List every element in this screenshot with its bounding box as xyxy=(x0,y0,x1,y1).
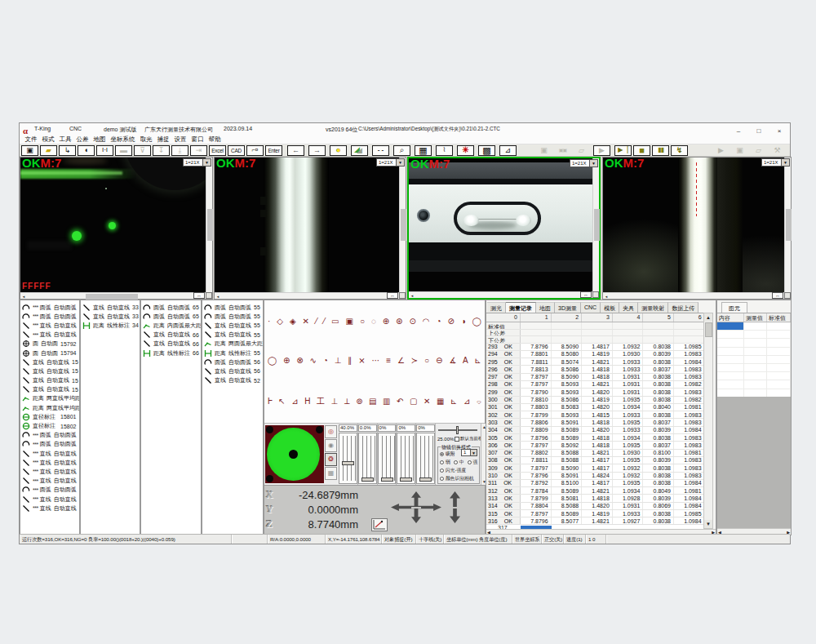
list-item[interactable]: 圆弧 自动圆弧 65 xyxy=(141,303,201,312)
measure-tool-icon[interactable]: ◑ xyxy=(461,316,466,327)
menu-item[interactable]: 文件 xyxy=(23,135,39,144)
grid-light-icon[interactable]: ▦ xyxy=(325,467,337,480)
measure-tool-icon[interactable]: ◌ xyxy=(371,316,376,327)
list-item[interactable]: 距离 线性标注 55 xyxy=(202,349,263,358)
list-item[interactable]: 直线 自动直线 56 xyxy=(202,366,263,375)
camera3-horizontal-scrollbar[interactable]: ◂ xyxy=(409,291,592,298)
camera3-vertical-scrollbar[interactable] xyxy=(592,158,599,291)
table-row[interactable]: 304OK 7.8809 8.5089 1.4820 1.0933 0.8039… xyxy=(486,427,705,434)
slider-handle[interactable] xyxy=(342,461,354,465)
measure-tool-icon[interactable]: ⁄ xyxy=(324,316,326,327)
channel-sliders[interactable] xyxy=(397,433,415,484)
table-vertical-scrollbar[interactable]: ▲ ▼ xyxy=(703,313,713,529)
measure-tool-icon[interactable]: ⊚ xyxy=(356,396,362,407)
table-row[interactable]: 303OK 7.8806 8.5091 1.4818 1.0935 0.8037… xyxy=(486,419,705,426)
measure-tool-icon[interactable]: ⊿ xyxy=(291,396,298,407)
list-item[interactable]: 直线 自动直线 15 xyxy=(20,358,79,366)
measure-tool-icon[interactable]: ○ xyxy=(360,316,365,327)
light-bulb-button[interactable] xyxy=(330,145,347,156)
list-item[interactable]: 直线 自动直线 55 xyxy=(202,321,263,330)
measure-tool-icon[interactable]: ▭ xyxy=(331,316,339,327)
table-row[interactable]: 306OK 7.8797 8.5092 1.4818 1.0935 0.8037… xyxy=(486,442,705,449)
measure-tool-icon[interactable]: ⊥ xyxy=(335,355,342,366)
list-item[interactable]: 直线 自动直线 55 xyxy=(202,331,263,340)
list-item[interactable]: *** 圆弧 自动圆弧 xyxy=(20,431,79,440)
camera4-horizontal-scrollbar[interactable]: ◂ xyxy=(603,292,784,299)
list-item[interactable]: *** 圆弧 自动圆弧 xyxy=(20,486,79,495)
measure-tool-icon[interactable]: ⊥ xyxy=(331,396,339,407)
measure-tool-icon[interactable]: ↶ xyxy=(397,396,403,407)
measure-tool-icon[interactable]: ↖ xyxy=(278,396,285,407)
measure-tool-icon[interactable]: ◔ xyxy=(436,316,441,327)
scrollbar-thumb[interactable] xyxy=(705,322,712,337)
camera3-resize-button[interactable]: ↔ xyxy=(580,291,592,298)
radio-high[interactable] xyxy=(468,460,472,464)
measure-tool-icon[interactable]: ⁄ xyxy=(316,316,317,327)
list-item[interactable]: 圆弧 自动圆弧 56 xyxy=(202,358,263,366)
table-row[interactable]: 309OK 7.8797 8.5090 1.4817 1.0932 0.8038… xyxy=(486,464,705,472)
measure-tool-icon[interactable]: ◔ xyxy=(323,355,328,366)
menu-item[interactable]: 地图 xyxy=(91,135,108,144)
measure-tool-icon[interactable]: ⊙ xyxy=(409,316,415,327)
table-row[interactable]: 312OK 7.8784 8.5089 1.4821 1.0934 0.8049… xyxy=(486,487,705,495)
zoom-cancel-button[interactable] xyxy=(393,145,410,156)
measure-tool-icon[interactable]: ▦ xyxy=(437,396,444,407)
list-item[interactable]: *** 直线 自动直线 xyxy=(20,495,79,504)
bucket-down-button[interactable] xyxy=(134,145,151,156)
gray-rect-button[interactable] xyxy=(115,145,132,156)
measure-tool-icon[interactable]: ⊾ xyxy=(475,355,481,366)
measure-tool-icon[interactable]: ∡ xyxy=(449,355,456,366)
list-item[interactable]: 直线 自动直线 15 xyxy=(20,366,79,375)
measure-tool-icon[interactable]: 工 xyxy=(317,396,325,407)
menu-item[interactable]: 模式 xyxy=(40,135,56,144)
list-item[interactable]: 直线 自动直线 66 xyxy=(141,340,201,349)
table-row[interactable]: 301OK 7.8803 8.5083 1.4820 1.0934 0.8040… xyxy=(486,404,705,411)
camera1-horizontal-scrollbar[interactable]: ◂ xyxy=(20,292,206,299)
table-row[interactable]: 305OK 7.8796 8.5089 1.4818 1.0934 0.8038… xyxy=(486,434,705,442)
measure-tool-icon[interactable]: ▥ xyxy=(383,396,390,407)
excel-button[interactable]: Excel xyxy=(209,145,226,156)
ring-light-icon[interactable]: ◎ xyxy=(325,425,337,438)
checker-button[interactable] xyxy=(415,145,432,156)
camera2-resize-button[interactable]: ↔ xyxy=(387,292,398,299)
save-flat-button[interactable] xyxy=(535,145,552,156)
channel-sliders[interactable] xyxy=(378,433,397,484)
table-row[interactable]: 308OK 7.8811 8.5088 1.4817 1.0935 0.8039… xyxy=(486,457,705,464)
table-row[interactable]: 293OK 7.8796 8.5090 1.4817 1.0932 0.8038… xyxy=(486,344,705,351)
measure-tool-icon[interactable]: ▤ xyxy=(369,396,376,407)
measure-tool-icon[interactable]: ⟂ xyxy=(344,396,350,407)
list-item[interactable]: 距离 线性标注 34 xyxy=(81,321,140,330)
burst-button[interactable] xyxy=(457,145,474,156)
stop-button[interactable] xyxy=(633,145,650,156)
list-item[interactable]: 圆弧 自动圆弧 65 xyxy=(141,312,201,321)
measure-tool-icon[interactable]: ◯ xyxy=(472,316,481,327)
camera2-horizontal-scrollbar[interactable]: ◂ xyxy=(215,292,399,299)
list-item[interactable]: 圆 自动圆 15792 xyxy=(20,340,79,349)
measure-tool-icon[interactable]: ⊿ xyxy=(463,396,470,407)
folder-flat-button[interactable] xyxy=(573,145,590,156)
measure-tool-icon[interactable]: ⌔ xyxy=(477,396,481,407)
menu-item[interactable]: 设置 xyxy=(172,135,188,144)
measure-tool-icon[interactable]: ⊕ xyxy=(383,316,389,327)
list-item[interactable]: 直线 自动直线 52 xyxy=(202,376,263,385)
measure-tool-icon[interactable]: H xyxy=(304,396,310,407)
measure-tool-icon[interactable]: ∿ xyxy=(310,355,317,366)
camera-view-2[interactable]: OKM:7 1=21X ▼ ◂ ↔ xyxy=(214,157,406,300)
back-button[interactable] xyxy=(287,145,304,156)
list-item[interactable]: 直线 自动直线 15 xyxy=(20,385,79,394)
record-tab[interactable]: 测量记录 xyxy=(506,302,536,313)
menu-item[interactable]: 窗口 xyxy=(189,135,206,144)
measure-tool-icon[interactable]: ≡ xyxy=(386,355,391,366)
measure-tool-icon[interactable]: ✕ xyxy=(424,396,430,407)
list-item[interactable]: 距离 两直线平均距离 xyxy=(20,403,79,412)
plot-button[interactable] xyxy=(371,518,388,531)
pipe-button[interactable] xyxy=(246,145,264,156)
table-row[interactable]: 315OK 7.8797 8.5089 1.4819 1.0933 0.8038… xyxy=(486,510,705,517)
menu-item[interactable]: 坐标系统 xyxy=(109,135,137,144)
segment-light-icon[interactable]: ❂ xyxy=(325,453,337,466)
open-button[interactable] xyxy=(40,145,57,156)
cad-button[interactable]: CAD xyxy=(228,145,245,156)
record-tab[interactable]: 数据上传 xyxy=(668,302,698,313)
scroll-left-icon[interactable]: ◂ xyxy=(603,293,610,300)
objective-select[interactable]: 1 ▼ xyxy=(461,449,477,456)
